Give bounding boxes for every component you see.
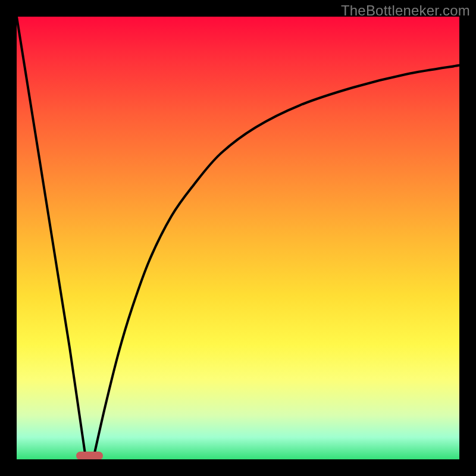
plot-area [17,17,459,459]
bottleneck-curve [17,17,459,459]
optimum-marker [76,452,103,459]
chart-frame: TheBottleneker.com [0,0,476,476]
